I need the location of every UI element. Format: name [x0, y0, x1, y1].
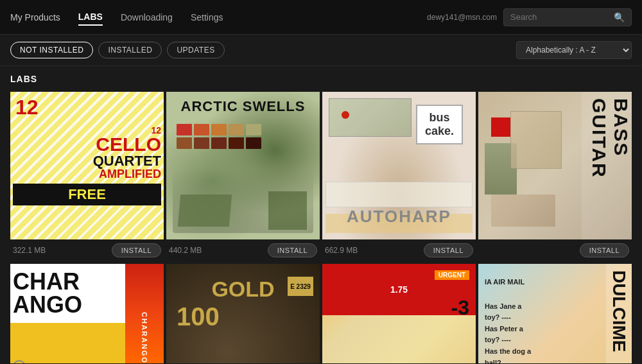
product-item-dulcimer[interactable]: IA AIR MAIL Has Jane a toy? ---- Has Pet…	[478, 264, 632, 363]
header-right: dewy141@msn.com 🔍	[427, 8, 632, 26]
card-label: cake.	[425, 125, 454, 138]
product-item-choir-dark[interactable]: GOLD 100 E 2329 CHOIR	[166, 264, 320, 363]
user-email: dewy141@msn.com	[427, 13, 497, 22]
product-thumbnail: ARCTIC SWELLS	[166, 92, 320, 239]
card-number: 100	[177, 302, 220, 331]
nav-settings[interactable]: Settings	[191, 10, 223, 25]
nav-downloading[interactable]: Downloading	[121, 10, 173, 25]
card-title: GOLD	[211, 277, 274, 302]
nav-my-products[interactable]: My Products	[10, 10, 60, 25]
product-thumbnail: BASS GUITAR	[478, 92, 632, 239]
product-footer: 662.9 MB INSTALL	[322, 239, 476, 261]
filter-installed[interactable]: INSTALLED	[98, 42, 162, 58]
product-size: 662.9 MB	[325, 246, 358, 255]
sort-container: Alphabetically : A - Z Alphabetically : …	[516, 41, 632, 59]
card-title: ARCTIC SWELLS	[166, 98, 320, 115]
filter-not-installed[interactable]: NOT INSTALLED	[10, 42, 93, 58]
install-button[interactable]: INSTALL	[424, 243, 473, 257]
product-thumbnail: CHARANGO CHARANGO 60 66 73 51 67	[10, 264, 164, 363]
nav-labs[interactable]: LABS	[78, 9, 103, 26]
product-item-amplified-cello[interactable]: 12 CELLO QUARTET AMPLIFIED FREE 12 322.1…	[10, 92, 164, 261]
install-button[interactable]: INSTALL	[580, 243, 629, 257]
card-text: IA AIR MAIL Has Jane a toy? ---- Has Pet…	[485, 277, 531, 363]
product-thumbnail: bus cake. AUTOHARP	[322, 92, 476, 239]
content-area: LABS 12 CELLO QUARTET AMPLIFIED FREE 12 …	[0, 66, 642, 363]
product-item-bass-guitar[interactable]: BASS GUITAR INSTALL	[478, 92, 632, 261]
bus-cake-box: bus cake.	[416, 105, 463, 144]
card-title: CHARANGO	[13, 270, 82, 316]
product-thumbnail: 1.75 URGENT -3 CHOIR 12 FREE	[322, 264, 476, 363]
card-title: BASS GUITAR	[582, 92, 632, 239]
search-bar: 🔍	[503, 8, 632, 26]
card-title: DULCIME	[606, 264, 632, 363]
search-input[interactable]	[510, 12, 610, 22]
install-button[interactable]: INSTALL	[268, 243, 317, 257]
product-item-charango[interactable]: CHARANGO CHARANGO 60 66 73 51 67	[10, 264, 164, 363]
product-item-arctic-swells[interactable]: ARCTIC SWELLS	[166, 92, 320, 261]
card-label: AMPLIFIED	[99, 168, 161, 180]
product-item-choir-colorful[interactable]: 1.75 URGENT -3 CHOIR 12 FREE	[322, 264, 476, 363]
filter-bar: NOT INSTALLED INSTALLED UPDATES Alphabet…	[0, 35, 642, 66]
card-label: QUARTET	[93, 154, 161, 168]
search-icon: 🔍	[614, 12, 625, 22]
install-button[interactable]: INSTALL	[112, 243, 161, 257]
card-title: AUTOHARP	[329, 207, 469, 227]
card-free-label: FREE	[13, 184, 161, 205]
card-label: bus	[425, 111, 454, 125]
product-item-autoharp[interactable]: bus cake. AUTOHARP 662.9 MB INSTALL	[322, 92, 476, 261]
product-footer: INSTALL	[478, 239, 632, 261]
product-size: 322.1 MB	[13, 246, 46, 255]
section-title: LABS	[10, 74, 632, 84]
sort-select[interactable]: Alphabetically : A - Z Alphabetically : …	[516, 41, 632, 59]
filter-updates[interactable]: UPDATES	[167, 42, 224, 58]
product-size: 440.2 MB	[169, 246, 202, 255]
product-footer: 440.2 MB INSTALL	[166, 239, 320, 261]
header: My Products LABS Downloading Settings de…	[0, 0, 642, 35]
product-thumbnail: 12 CELLO QUARTET AMPLIFIED FREE 12	[10, 92, 164, 239]
product-thumbnail: GOLD 100 E 2329 CHOIR	[166, 264, 320, 363]
card-label: CELLO	[96, 135, 161, 154]
product-thumbnail: IA AIR MAIL Has Jane a toy? ---- Has Pet…	[478, 264, 632, 363]
product-grid: 12 CELLO QUARTET AMPLIFIED FREE 12 322.1…	[10, 92, 632, 363]
color-swatches	[177, 124, 261, 149]
product-footer: 322.1 MB INSTALL	[10, 239, 164, 261]
main-nav: My Products LABS Downloading Settings	[10, 9, 427, 26]
card-number: 12	[15, 97, 39, 117]
